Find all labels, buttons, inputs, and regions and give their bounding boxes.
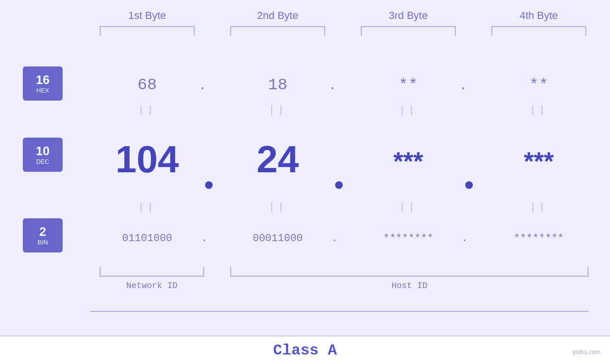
- dec-val-3: ***: [361, 146, 456, 176]
- bin-badge-num: 2: [39, 225, 46, 238]
- dec-badge-label: DEC: [36, 158, 49, 165]
- sep-h1: ||: [100, 104, 195, 116]
- host-id-label: Host ID: [230, 281, 589, 290]
- bottom-bracket-network: [100, 267, 204, 277]
- byte3-header: 3rd Byte: [361, 9, 456, 22]
- hex-badge-label: HEX: [37, 87, 49, 94]
- wide-bracket: [90, 311, 589, 312]
- bin-badge: 2 BIN: [23, 218, 63, 252]
- network-id-label: Network ID: [100, 281, 204, 290]
- hex-val-4: **: [491, 76, 586, 94]
- class-bar: Class A: [0, 336, 610, 364]
- top-bracket-3: [361, 26, 456, 36]
- hex-badge: 16 HEX: [23, 66, 63, 101]
- bin-val-2: 00011000: [230, 233, 325, 244]
- bin-val-1: 01101000: [100, 233, 195, 244]
- bottom-bracket-host: [230, 267, 589, 277]
- hex-dot-1: .: [198, 78, 206, 93]
- sep-d3: ||: [361, 202, 456, 214]
- class-label: Class A: [273, 342, 337, 359]
- top-bracket-1: [100, 26, 195, 36]
- dec-dot-1: .: [205, 181, 213, 189]
- bin-dot-2: .: [331, 233, 338, 244]
- bin-val-3: ********: [361, 233, 456, 244]
- dec-val-1: 104: [100, 138, 195, 181]
- bin-dot-1: .: [201, 233, 207, 244]
- sep-h3: ||: [361, 104, 456, 116]
- dec-dot-2: .: [335, 181, 343, 189]
- sep-h4: ||: [491, 104, 586, 116]
- dec-badge-num: 10: [36, 145, 50, 157]
- hex-val-2: 18: [230, 76, 325, 94]
- byte2-header: 2nd Byte: [230, 9, 325, 22]
- byte4-header: 4th Byte: [491, 9, 586, 22]
- dec-val-4: ***: [491, 146, 586, 176]
- sep-d2: ||: [230, 202, 325, 214]
- sep-d1: ||: [100, 202, 195, 214]
- sep-h2: ||: [230, 104, 325, 116]
- hex-dot-2: .: [328, 78, 337, 93]
- page: 1st Byte 2nd Byte 3rd Byte 4th Byte 16 H…: [0, 0, 610, 364]
- sep-d4: ||: [491, 202, 586, 214]
- top-bracket-2: [230, 26, 325, 36]
- dec-badge: 10 DEC: [23, 138, 63, 172]
- hex-val-1: 68: [100, 76, 195, 94]
- hex-dot-3: .: [459, 78, 467, 93]
- dec-val-2: 24: [230, 138, 325, 181]
- top-bracket-4: [491, 26, 586, 36]
- bin-dot-3: .: [461, 233, 468, 244]
- hex-val-3: **: [361, 76, 456, 94]
- bin-badge-label: BIN: [38, 239, 48, 246]
- bin-val-4: ********: [491, 233, 586, 244]
- byte1-header: 1st Byte: [100, 9, 195, 22]
- hex-badge-num: 16: [36, 74, 50, 86]
- dec-dot-3: .: [465, 181, 473, 189]
- watermark: ipshu.com: [572, 348, 601, 355]
